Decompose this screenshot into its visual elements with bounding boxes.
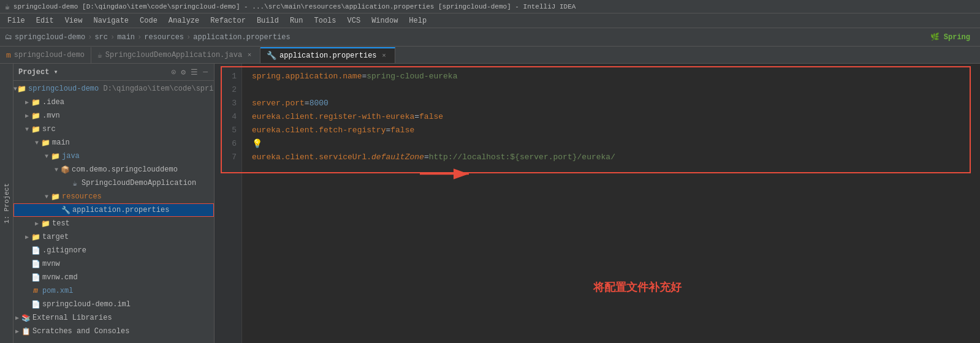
code-key-7a: eureka.client.serviceUrl. bbox=[252, 151, 371, 164]
code-editor[interactable]: spring.application.name=spring-cloud-eur… bbox=[242, 64, 980, 343]
tree-icon-mvnw: 📄 bbox=[31, 260, 40, 269]
tree-label-resources: resources bbox=[62, 192, 102, 201]
tree-icon-com: 📦 bbox=[60, 165, 70, 175]
menu-item-edit[interactable]: Edit bbox=[31, 15, 59, 26]
tree-icon-root: 📁 bbox=[17, 85, 26, 94]
tree-item-mvnw[interactable]: 📄 mvnw bbox=[13, 257, 214, 271]
tree-item-mvnwcmd[interactable]: 📄 mvnw.cmd bbox=[13, 271, 214, 284]
tree-label-gitignore: .gitignore bbox=[42, 246, 86, 255]
menu-item-run[interactable]: Run bbox=[285, 15, 308, 26]
code-line-5: eureka.client.fetch-registry=false bbox=[252, 124, 980, 137]
tree-item-gitignore[interactable]: 📄 .gitignore bbox=[13, 244, 214, 257]
tab-icon-props: 🔧 bbox=[267, 51, 276, 61]
menu-item-refactor[interactable]: Refactor bbox=[205, 15, 251, 26]
editor-area: 1 2 3 4 5 6 7 spring.application.name=sp… bbox=[215, 64, 980, 343]
panel-label-text: 1: Project bbox=[3, 177, 10, 230]
chinese-annotation: 将配置文件补充好 bbox=[593, 281, 682, 294]
tree-item-idea[interactable]: ▶ 📁 .idea bbox=[13, 96, 214, 109]
breadcrumb-label: resources bbox=[144, 33, 184, 42]
tree-icon-mvnwcmd: 📄 bbox=[31, 273, 40, 282]
tree-item-scratch[interactable]: ▶ 📋 Scratches and Consoles bbox=[13, 325, 214, 338]
tree-icon-pom: m bbox=[31, 287, 40, 295]
tree-item-src[interactable]: ▼ 📁 src bbox=[13, 123, 214, 136]
breadcrumb-sep-3: › bbox=[137, 33, 142, 42]
tree-arrow-app bbox=[63, 180, 70, 187]
tree-icon-iml: 📄 bbox=[31, 300, 40, 309]
tree-label-root: springcloud-demo bbox=[28, 85, 99, 93]
code-key-7b: defaultZone bbox=[371, 151, 424, 164]
tab-close-java[interactable]: × bbox=[245, 51, 254, 59]
tree-icon-mvn: 📁 bbox=[31, 111, 40, 121]
sidebar-gear-icon[interactable]: ⚙ bbox=[180, 67, 187, 78]
breadcrumb-resources[interactable]: resources bbox=[144, 33, 184, 42]
title-text: springcloud-demo [D:\qingdao\item\code\s… bbox=[13, 3, 576, 10]
menu-item-view[interactable]: View bbox=[60, 15, 88, 26]
menu-item-build[interactable]: Build bbox=[252, 15, 284, 26]
tree-item-app[interactable]: ☕ SpringcloudDemoApplication bbox=[13, 176, 214, 190]
tree-item-pom[interactable]: m pom.xml bbox=[13, 284, 214, 298]
tree-arrow-iml bbox=[23, 301, 31, 308]
tree-item-com[interactable]: ▼ 📦 com.demo.springclouddemo bbox=[13, 163, 214, 176]
tree-icon-resources: 📁 bbox=[50, 192, 60, 202]
breadcrumb-sep-4: › bbox=[186, 33, 191, 42]
tree-item-test[interactable]: ▶ 📁 test bbox=[13, 217, 214, 230]
tab-bar: m springcloud-demo ☕ SpringcloudDemoAppl… bbox=[0, 47, 980, 64]
menu-item-help[interactable]: Help bbox=[404, 15, 431, 26]
code-line-1: spring.application.name=spring-cloud-eur… bbox=[252, 70, 980, 83]
menu-item-tools[interactable]: Tools bbox=[310, 15, 341, 26]
breadcrumb-src[interactable]: src bbox=[94, 33, 108, 42]
breadcrumb-bar: 🗂 springcloud-demo › src › main › resour… bbox=[0, 28, 980, 47]
tree-item-java[interactable]: ▼ 📁 java bbox=[13, 149, 214, 163]
tree-arrow-mvnw bbox=[23, 261, 31, 268]
breadcrumb-label: src bbox=[94, 33, 108, 42]
tree-item-application-properties[interactable]: 🔧 application.properties bbox=[13, 203, 214, 217]
tree-item-root[interactable]: ▼ 📁 springcloud-demo D:\qingdao\item\cod… bbox=[13, 82, 214, 96]
tab-application-properties[interactable]: 🔧 application.properties × bbox=[260, 47, 395, 63]
tree-arrow-idea: ▶ bbox=[23, 99, 31, 106]
tree-icon-gitignore: 📄 bbox=[31, 246, 40, 255]
line-num-5: 5 bbox=[215, 124, 237, 137]
tree-item-main[interactable]: ▼ 📁 main bbox=[13, 136, 214, 149]
sidebar-sync-icon[interactable]: ⊙ bbox=[170, 67, 178, 78]
tree-icon-idea: 📁 bbox=[31, 98, 40, 107]
tree-label-appprop: application.properties bbox=[72, 206, 169, 214]
breadcrumb-main[interactable]: main bbox=[117, 33, 135, 42]
tree-label-mvnw: mvnw bbox=[42, 260, 60, 268]
tree-item-extlib[interactable]: ▶ 📚 External Libraries bbox=[13, 311, 214, 325]
tree-arrow-scratch: ▶ bbox=[13, 328, 21, 335]
tree-item-resources[interactable]: ▼ 📁 resources bbox=[13, 190, 214, 203]
line-num-1: 1 bbox=[215, 70, 237, 83]
breadcrumb-application-properties[interactable]: application.properties bbox=[193, 33, 290, 42]
tab-close-props[interactable]: × bbox=[380, 51, 389, 60]
sidebar-header-icons: ⊙ ⚙ ☰ — bbox=[170, 67, 209, 78]
breadcrumb-springcloud-demo[interactable]: springcloud-demo bbox=[15, 33, 85, 42]
sidebar-filter-icon[interactable]: ☰ bbox=[189, 67, 199, 78]
code-container[interactable]: 1 2 3 4 5 6 7 spring.application.name=sp… bbox=[215, 64, 980, 343]
tab-icon-java: ☕ bbox=[97, 50, 102, 60]
sidebar-collapse-icon[interactable]: — bbox=[202, 67, 209, 78]
tab-label: SpringcloudDemoApplication.java bbox=[105, 51, 242, 59]
tree-item-iml[interactable]: 📄 springcloud-demo.iml bbox=[13, 298, 214, 311]
breadcrumb-sep-1: › bbox=[88, 33, 92, 42]
code-val-3: 8000 bbox=[310, 97, 329, 110]
menu-item-analyze[interactable]: Analyze bbox=[164, 15, 204, 26]
tree-icon-extlib: 📚 bbox=[21, 314, 31, 323]
menu-item-vcs[interactable]: VCS bbox=[343, 15, 366, 26]
tree-label-iml: springcloud-demo.iml bbox=[42, 300, 131, 309]
tree-item-mvn[interactable]: ▶ 📁 .mvn bbox=[13, 109, 214, 123]
menu-item-window[interactable]: Window bbox=[367, 15, 403, 26]
tree-label-mvnwcmd: mvnw.cmd bbox=[42, 273, 78, 282]
tree-icon-src: 📁 bbox=[31, 125, 40, 134]
tab-springclouddemo-java[interactable]: ☕ SpringcloudDemoApplication.java × bbox=[91, 47, 260, 63]
tab-springcloud-demo[interactable]: m springcloud-demo bbox=[0, 47, 91, 63]
menu-item-navigate[interactable]: Navigate bbox=[88, 15, 134, 26]
panel-label[interactable]: 1: Project bbox=[0, 64, 13, 343]
tree-arrow-src: ▼ bbox=[23, 126, 31, 133]
tree-label-java: java bbox=[62, 152, 80, 160]
menu-item-file[interactable]: File bbox=[2, 15, 30, 26]
tree-label-com: com.demo.springclouddemo bbox=[72, 165, 178, 174]
project-tree: ▼ 📁 springcloud-demo D:\qingdao\item\cod… bbox=[13, 81, 214, 339]
code-eq-4: = bbox=[414, 110, 419, 124]
tree-item-target[interactable]: ▶ 📁 target bbox=[13, 230, 214, 244]
menu-item-code[interactable]: Code bbox=[135, 15, 162, 26]
